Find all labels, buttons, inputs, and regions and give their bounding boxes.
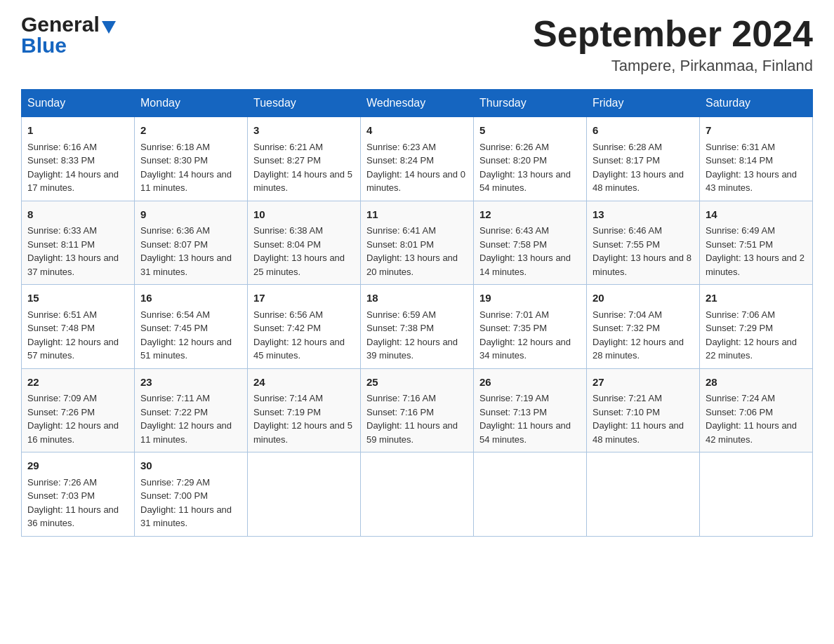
day-info: Sunrise: 6:23 AMSunset: 8:24 PMDaylight:…	[366, 140, 468, 195]
day-number: 15	[27, 290, 128, 307]
calendar-cell: 29Sunrise: 7:26 AMSunset: 7:03 PMDayligh…	[22, 452, 135, 537]
calendar-cell: 25Sunrise: 7:16 AMSunset: 7:16 PMDayligh…	[361, 368, 474, 452]
calendar-cell: 16Sunrise: 6:54 AMSunset: 7:45 PMDayligh…	[135, 285, 248, 369]
calendar-cell: 20Sunrise: 7:04 AMSunset: 7:32 PMDayligh…	[587, 285, 700, 369]
header-saturday: Saturday	[700, 90, 813, 117]
header-tuesday: Tuesday	[248, 90, 361, 117]
day-number: 14	[706, 207, 807, 223]
day-number: 7	[706, 123, 807, 139]
calendar-cell: 22Sunrise: 7:09 AMSunset: 7:26 PMDayligh…	[22, 368, 135, 452]
day-number: 23	[140, 375, 241, 391]
day-number: 12	[479, 207, 581, 223]
calendar-cell: 15Sunrise: 6:51 AMSunset: 7:48 PMDayligh…	[22, 285, 135, 369]
calendar-cell	[361, 452, 474, 537]
logo: General Blue	[21, 14, 116, 58]
calendar-cell: 13Sunrise: 6:46 AMSunset: 7:55 PMDayligh…	[587, 201, 700, 285]
day-info: Sunrise: 6:16 AMSunset: 8:33 PMDaylight:…	[27, 140, 128, 195]
calendar-cell	[474, 452, 587, 537]
calendar-week-row: 1Sunrise: 6:16 AMSunset: 8:33 PMDaylight…	[22, 117, 813, 201]
day-number: 17	[253, 290, 355, 307]
day-number: 6	[593, 123, 694, 139]
calendar-cell: 18Sunrise: 6:59 AMSunset: 7:38 PMDayligh…	[361, 285, 474, 369]
calendar-cell: 28Sunrise: 7:24 AMSunset: 7:06 PMDayligh…	[700, 368, 813, 452]
logo-blue-text: Blue	[21, 34, 67, 58]
calendar-cell: 4Sunrise: 6:23 AMSunset: 8:24 PMDaylight…	[361, 117, 474, 201]
calendar-cell: 1Sunrise: 6:16 AMSunset: 8:33 PMDaylight…	[22, 117, 135, 201]
header-thursday: Thursday	[474, 90, 587, 117]
day-number: 30	[140, 458, 241, 474]
calendar-cell: 12Sunrise: 6:43 AMSunset: 7:58 PMDayligh…	[474, 201, 587, 285]
day-info: Sunrise: 6:36 AMSunset: 8:07 PMDaylight:…	[140, 224, 241, 279]
calendar-cell: 10Sunrise: 6:38 AMSunset: 8:04 PMDayligh…	[248, 201, 361, 285]
day-number: 10	[253, 207, 355, 223]
day-number: 29	[27, 458, 128, 474]
logo-triangle-icon	[102, 21, 116, 34]
day-info: Sunrise: 6:46 AMSunset: 7:55 PMDaylight:…	[593, 224, 694, 279]
day-info: Sunrise: 7:16 AMSunset: 7:16 PMDaylight:…	[366, 391, 468, 446]
title-block: September 2024 Tampere, Pirkanmaa, Finla…	[533, 14, 813, 75]
day-info: Sunrise: 6:38 AMSunset: 8:04 PMDaylight:…	[253, 224, 355, 279]
calendar-cell: 23Sunrise: 7:11 AMSunset: 7:22 PMDayligh…	[135, 368, 248, 452]
calendar-cell: 21Sunrise: 7:06 AMSunset: 7:29 PMDayligh…	[700, 285, 813, 369]
calendar-cell: 27Sunrise: 7:21 AMSunset: 7:10 PMDayligh…	[587, 368, 700, 452]
day-number: 2	[140, 123, 241, 139]
calendar-cell: 7Sunrise: 6:31 AMSunset: 8:14 PMDaylight…	[700, 117, 813, 201]
calendar-week-row: 8Sunrise: 6:33 AMSunset: 8:11 PMDaylight…	[22, 201, 813, 285]
day-number: 1	[27, 123, 128, 139]
day-info: Sunrise: 7:06 AMSunset: 7:29 PMDaylight:…	[706, 308, 807, 363]
day-number: 19	[479, 290, 581, 307]
calendar-cell: 30Sunrise: 7:29 AMSunset: 7:00 PMDayligh…	[135, 452, 248, 537]
day-info: Sunrise: 7:01 AMSunset: 7:35 PMDaylight:…	[479, 308, 581, 363]
day-number: 24	[253, 375, 355, 391]
day-info: Sunrise: 7:21 AMSunset: 7:10 PMDaylight:…	[593, 391, 694, 446]
calendar-cell: 5Sunrise: 6:26 AMSunset: 8:20 PMDaylight…	[474, 117, 587, 201]
day-number: 18	[366, 290, 468, 307]
day-info: Sunrise: 6:33 AMSunset: 8:11 PMDaylight:…	[27, 224, 128, 279]
header-wednesday: Wednesday	[361, 90, 474, 117]
page-header: General Blue September 2024 Tampere, Pir…	[21, 14, 813, 75]
calendar-cell: 2Sunrise: 6:18 AMSunset: 8:30 PMDaylight…	[135, 117, 248, 201]
day-number: 21	[706, 290, 807, 307]
month-title: September 2024	[533, 14, 813, 54]
header-friday: Friday	[587, 90, 700, 117]
day-info: Sunrise: 6:28 AMSunset: 8:17 PMDaylight:…	[593, 140, 694, 195]
calendar-cell: 17Sunrise: 6:56 AMSunset: 7:42 PMDayligh…	[248, 285, 361, 369]
day-info: Sunrise: 6:54 AMSunset: 7:45 PMDaylight:…	[140, 308, 241, 363]
day-number: 26	[479, 375, 581, 391]
day-info: Sunrise: 6:51 AMSunset: 7:48 PMDaylight:…	[27, 308, 128, 363]
calendar-cell: 9Sunrise: 6:36 AMSunset: 8:07 PMDaylight…	[135, 201, 248, 285]
day-number: 25	[366, 375, 468, 391]
day-info: Sunrise: 7:19 AMSunset: 7:13 PMDaylight:…	[479, 391, 581, 446]
header-monday: Monday	[135, 90, 248, 117]
location-subtitle: Tampere, Pirkanmaa, Finland	[533, 57, 813, 75]
calendar-cell: 8Sunrise: 6:33 AMSunset: 8:11 PMDaylight…	[22, 201, 135, 285]
calendar-cell: 6Sunrise: 6:28 AMSunset: 8:17 PMDaylight…	[587, 117, 700, 201]
day-info: Sunrise: 6:26 AMSunset: 8:20 PMDaylight:…	[479, 140, 581, 195]
day-info: Sunrise: 6:21 AMSunset: 8:27 PMDaylight:…	[253, 140, 355, 195]
calendar-cell	[700, 452, 813, 537]
calendar-cell: 14Sunrise: 6:49 AMSunset: 7:51 PMDayligh…	[700, 201, 813, 285]
calendar-cell: 3Sunrise: 6:21 AMSunset: 8:27 PMDaylight…	[248, 117, 361, 201]
calendar-cell: 11Sunrise: 6:41 AMSunset: 8:01 PMDayligh…	[361, 201, 474, 285]
day-number: 5	[479, 123, 581, 139]
day-info: Sunrise: 7:14 AMSunset: 7:19 PMDaylight:…	[253, 391, 355, 446]
calendar-header-row: SundayMondayTuesdayWednesdayThursdayFrid…	[22, 90, 813, 117]
header-sunday: Sunday	[22, 90, 135, 117]
calendar-cell: 26Sunrise: 7:19 AMSunset: 7:13 PMDayligh…	[474, 368, 587, 452]
calendar-cell: 19Sunrise: 7:01 AMSunset: 7:35 PMDayligh…	[474, 285, 587, 369]
logo-general-text: General	[21, 14, 100, 35]
calendar-week-row: 15Sunrise: 6:51 AMSunset: 7:48 PMDayligh…	[22, 285, 813, 369]
day-number: 8	[27, 207, 128, 223]
day-info: Sunrise: 6:56 AMSunset: 7:42 PMDaylight:…	[253, 308, 355, 363]
calendar-table: SundayMondayTuesdayWednesdayThursdayFrid…	[21, 89, 813, 537]
day-info: Sunrise: 6:31 AMSunset: 8:14 PMDaylight:…	[706, 140, 807, 195]
day-number: 4	[366, 123, 468, 139]
calendar-week-row: 22Sunrise: 7:09 AMSunset: 7:26 PMDayligh…	[22, 368, 813, 452]
calendar-cell	[587, 452, 700, 537]
day-info: Sunrise: 7:09 AMSunset: 7:26 PMDaylight:…	[27, 391, 128, 446]
day-number: 20	[593, 290, 694, 307]
calendar-week-row: 29Sunrise: 7:26 AMSunset: 7:03 PMDayligh…	[22, 452, 813, 537]
day-info: Sunrise: 6:18 AMSunset: 8:30 PMDaylight:…	[140, 140, 241, 195]
day-info: Sunrise: 7:04 AMSunset: 7:32 PMDaylight:…	[593, 308, 694, 363]
calendar-cell	[248, 452, 361, 537]
